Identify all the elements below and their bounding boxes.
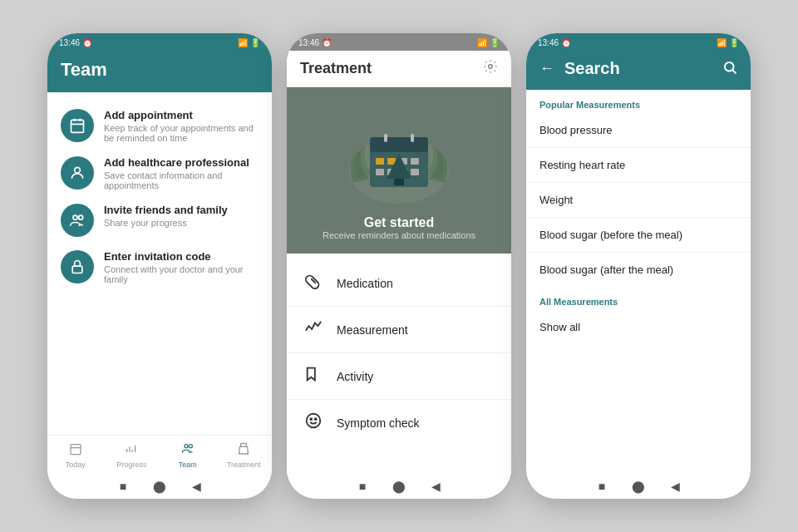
screens-container: 13:46 ⏰ 📶 🔋 Team (0, 0, 798, 532)
back-btn-3[interactable]: ◀ (669, 480, 681, 492)
healthcare-desc: Save contact information and appointment… (104, 170, 259, 190)
svg-point-38 (725, 62, 734, 71)
search-item-weight[interactable]: Weight (526, 183, 751, 218)
svg-point-15 (189, 445, 192, 448)
progress-icon (125, 442, 138, 459)
nav-today[interactable]: Today (47, 436, 104, 474)
search-sys-nav: ■ ⬤ ◀ (526, 474, 751, 499)
team-item-code[interactable]: Enter invitation code Connect with your … (61, 250, 259, 284)
measurement-icon (303, 318, 323, 341)
invite-text: Invite friends and family Share your pro… (104, 204, 228, 228)
nav-team[interactable]: Team (160, 436, 216, 474)
svg-rect-20 (370, 137, 428, 152)
all-section: All measurements Show all (526, 287, 751, 344)
search-item-blood-sugar-before[interactable]: Blood sugar (before the meal) (526, 218, 751, 253)
team-item-appointment[interactable]: Add appointment Keep track of your appoi… (61, 109, 259, 143)
progress-label: Progress (116, 461, 146, 469)
status-icons: 📶 🔋 (238, 38, 260, 47)
treatment-menu: Medication Measurement Activity (287, 254, 511, 474)
team-list: Add appointment Keep track of your appoi… (47, 92, 272, 435)
phone-team: 13:46 ⏰ 📶 🔋 Team (47, 33, 272, 499)
svg-point-36 (310, 418, 312, 420)
search-header: ← Search (526, 51, 751, 90)
svg-point-17 (489, 65, 493, 69)
search-item-blood-sugar-after[interactable]: Blood sugar (after the meal) (526, 253, 751, 287)
search-item-blood-pressure[interactable]: Blood pressure (526, 113, 751, 148)
measurement-label: Measurement (337, 323, 408, 337)
svg-rect-29 (384, 134, 387, 142)
status-icons-2: 📶 🔋 (477, 38, 500, 47)
back-arrow-icon[interactable]: ← (539, 60, 554, 77)
popular-section: Popular measurements Blood pressure Rest… (526, 90, 751, 287)
treatment-sys-nav: ■ ⬤ ◀ (287, 474, 511, 499)
signal-icon-2: 📶 (477, 38, 487, 47)
appointment-desc: Keep track of your appointments and be r… (104, 123, 259, 143)
battery-icon: 🔋 (250, 38, 260, 47)
team-title: Team (61, 59, 259, 81)
team-sys-nav: ■ ⬤ ◀ (47, 474, 272, 499)
svg-rect-8 (71, 445, 81, 455)
hero-title: Get started (306, 215, 492, 230)
nav-progress[interactable]: Progress (104, 436, 160, 474)
code-text: Enter invitation code Connect with your … (104, 250, 259, 284)
search-item-heart-rate[interactable]: Resting heart rate (526, 148, 751, 183)
menu-measurement[interactable]: Measurement (287, 307, 511, 353)
svg-rect-7 (72, 266, 82, 273)
svg-rect-28 (411, 169, 419, 175)
square-btn-3[interactable]: ■ (596, 480, 608, 492)
search-content: Popular measurements Blood pressure Rest… (526, 90, 751, 474)
team-item-invite[interactable]: Invite friends and family Share your pro… (61, 204, 259, 237)
search-magnifier-icon[interactable] (722, 60, 737, 78)
svg-rect-24 (411, 158, 419, 165)
menu-medication[interactable]: Medication (287, 260, 511, 307)
signal-icon: 📶 (238, 38, 248, 47)
today-label: Today (66, 461, 86, 469)
settings-icon[interactable] (483, 59, 498, 78)
search-title: Search (564, 59, 620, 78)
team-content: Add appointment Keep track of your appoi… (47, 92, 272, 435)
treatment-header: Treatment (287, 51, 511, 87)
phone-treatment: 13:46 ⏰ 📶 🔋 Treatment (287, 33, 511, 499)
status-time-3: 13:46 ⏰ (538, 38, 571, 47)
popular-label: Popular measurements (526, 90, 751, 113)
svg-point-5 (73, 215, 77, 219)
nav-treatment[interactable]: Treatment (216, 436, 273, 474)
invite-icon (61, 204, 94, 237)
circle-btn[interactable]: ⬤ (154, 480, 165, 492)
square-btn-2[interactable]: ■ (357, 480, 368, 492)
svg-line-39 (732, 70, 736, 73)
team-item-healthcare[interactable]: Add healthcare professional Save contact… (61, 156, 259, 190)
status-time: 13:46 ⏰ (59, 38, 92, 47)
medication-label: Medication (337, 277, 393, 290)
treatment-nav-icon (237, 442, 250, 459)
status-time-2: 13:46 ⏰ (298, 38, 332, 47)
circle-btn-2[interactable]: ⬤ (393, 480, 405, 492)
all-label: All measurements (526, 287, 751, 310)
status-icons-3: 📶 🔋 (717, 38, 739, 47)
team-nav-label: Team (179, 461, 197, 469)
menu-symptom[interactable]: Symptom check (287, 400, 511, 446)
treatment-nav-label: Treatment (227, 461, 261, 469)
status-bar-search: 13:46 ⏰ 📶 🔋 (526, 33, 751, 51)
search-item-show-all[interactable]: Show all (526, 310, 751, 344)
status-bar-team: 13:46 ⏰ 📶 🔋 (47, 33, 272, 51)
svg-point-35 (307, 414, 321, 428)
treatment-title: Treatment (300, 60, 372, 77)
status-bar-treatment: 13:46 ⏰ 📶 🔋 (287, 33, 511, 51)
appointment-text: Add appointment Keep track of your appoi… (104, 109, 259, 143)
healthcare-icon (61, 156, 94, 190)
appointment-title: Add appointment (104, 109, 259, 121)
activity-icon (303, 365, 323, 387)
back-btn-2[interactable]: ◀ (430, 480, 441, 492)
back-btn[interactable]: ◀ (190, 480, 202, 492)
today-icon (69, 442, 82, 459)
menu-activity[interactable]: Activity (287, 353, 511, 400)
svg-marker-34 (308, 368, 315, 381)
square-btn[interactable]: ■ (117, 480, 129, 492)
code-title: Enter invitation code (104, 250, 259, 263)
svg-rect-21 (376, 158, 384, 165)
svg-rect-25 (376, 169, 384, 175)
medication-icon (303, 272, 323, 294)
circle-btn-3[interactable]: ⬤ (633, 480, 644, 492)
svg-rect-0 (71, 120, 84, 132)
